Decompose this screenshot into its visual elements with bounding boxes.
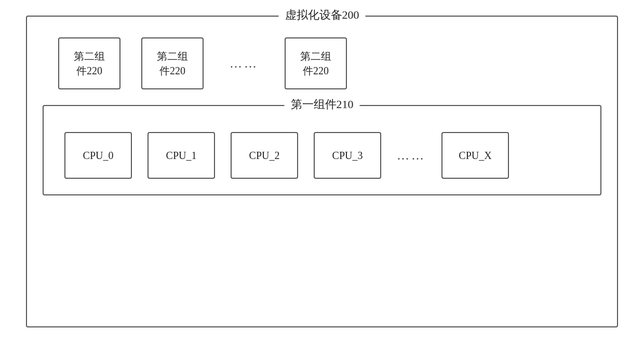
cpu-1-label: CPU_1 <box>166 150 197 162</box>
top-dots: …… <box>230 57 259 71</box>
second-component-1: 第二组件220 <box>58 37 120 89</box>
cpu-0-label: CPU_0 <box>83 150 114 162</box>
cpu-2-label: CPU_2 <box>249 150 280 162</box>
second-component-2-label: 第二组件220 <box>157 49 188 78</box>
cpu-x: CPU_X <box>441 132 509 179</box>
cpu-x-label: CPU_X <box>459 150 491 162</box>
cpu-3-label: CPU_3 <box>332 150 363 162</box>
cpu-2: CPU_2 <box>231 132 298 179</box>
second-component-3-label: 第二组件220 <box>300 49 331 78</box>
cpu-row: CPU_0 CPU_1 CPU_2 CPU_3 …… CPU_X <box>64 132 580 179</box>
cpu-3: CPU_3 <box>314 132 381 179</box>
second-component-1-label: 第二组件220 <box>74 49 105 78</box>
second-component-2: 第二组件220 <box>141 37 204 89</box>
cpu-0: CPU_0 <box>64 132 132 179</box>
cpu-1: CPU_1 <box>147 132 215 179</box>
top-section: 第二组件220 第二组件220 …… 第二组件220 <box>27 17 617 100</box>
outer-title: 虚拟化设备200 <box>279 7 366 23</box>
cpu-dots: …… <box>397 149 426 163</box>
bottom-title: 第一组件210 <box>285 97 360 112</box>
virtualization-device: 虚拟化设备200 第二组件220 第二组件220 …… 第二组件220 第一组件… <box>26 16 618 327</box>
first-component: 第一组件210 CPU_0 CPU_1 CPU_2 CPU_3 …… CPU_X <box>43 105 601 195</box>
second-component-3: 第二组件220 <box>285 37 347 89</box>
